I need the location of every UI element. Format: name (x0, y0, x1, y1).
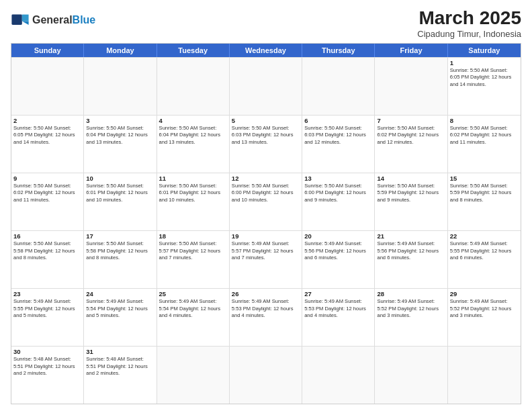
day-info: Sunrise: 5:49 AM Sunset: 5:56 PM Dayligh… (377, 240, 445, 262)
header-saturday: Saturday (448, 44, 521, 57)
calendar-cell-2-3: 12Sunrise: 5:50 AM Sunset: 6:00 PM Dayli… (230, 173, 302, 230)
day-number: 8 (450, 117, 519, 124)
logo-text: GeneralBlue (32, 14, 95, 26)
day-number: 7 (377, 117, 445, 124)
calendar-cell-4-5: 28Sunrise: 5:49 AM Sunset: 5:52 PM Dayli… (375, 289, 447, 346)
calendar-cell-1-1: 3Sunrise: 5:50 AM Sunset: 6:04 PM Daylig… (84, 116, 157, 173)
day-info: Sunrise: 5:50 AM Sunset: 6:03 PM Dayligh… (304, 125, 372, 146)
day-info: Sunrise: 5:50 AM Sunset: 6:02 PM Dayligh… (377, 125, 445, 146)
calendar-cell-1-2: 4Sunrise: 5:50 AM Sunset: 6:04 PM Daylig… (157, 116, 230, 173)
day-number: 28 (377, 290, 445, 298)
svg-rect-0 (11, 15, 21, 25)
calendar-cell-2-5: 14Sunrise: 5:50 AM Sunset: 5:59 PM Dayli… (375, 173, 447, 230)
day-info: Sunrise: 5:50 AM Sunset: 5:58 PM Dayligh… (86, 240, 154, 262)
day-number: 27 (304, 290, 372, 298)
day-info: Sunrise: 5:49 AM Sunset: 5:54 PM Dayligh… (159, 298, 227, 320)
calendar-cell-5-2 (157, 347, 230, 404)
calendar-row-0: 1Sunrise: 5:50 AM Sunset: 6:05 PM Daylig… (11, 57, 521, 115)
calendar-cell-5-1: 31Sunrise: 5:48 AM Sunset: 5:51 PM Dayli… (84, 347, 157, 404)
day-info: Sunrise: 5:50 AM Sunset: 6:05 PM Dayligh… (450, 67, 519, 89)
day-number: 10 (86, 175, 154, 182)
day-info: Sunrise: 5:50 AM Sunset: 5:58 PM Dayligh… (13, 240, 81, 262)
calendar-cell-3-4: 20Sunrise: 5:49 AM Sunset: 5:56 PM Dayli… (302, 231, 375, 288)
calendar-cell-5-6 (448, 347, 521, 404)
calendar-cell-4-3: 26Sunrise: 5:49 AM Sunset: 5:53 PM Dayli… (230, 289, 302, 346)
day-number: 21 (377, 232, 445, 240)
calendar-cell-1-3: 5Sunrise: 5:50 AM Sunset: 6:03 PM Daylig… (230, 116, 302, 173)
day-info: Sunrise: 5:50 AM Sunset: 6:01 PM Dayligh… (159, 183, 227, 204)
day-info: Sunrise: 5:49 AM Sunset: 5:52 PM Dayligh… (377, 298, 445, 320)
calendar-cell-4-1: 24Sunrise: 5:49 AM Sunset: 5:54 PM Dayli… (84, 289, 157, 346)
day-info: Sunrise: 5:49 AM Sunset: 5:53 PM Dayligh… (232, 298, 300, 320)
day-number: 15 (450, 175, 519, 182)
month-title: March 2025 (417, 8, 521, 29)
calendar-cell-4-2: 25Sunrise: 5:49 AM Sunset: 5:54 PM Dayli… (157, 289, 230, 346)
day-number: 17 (86, 232, 154, 240)
day-number: 6 (304, 117, 372, 124)
day-info: Sunrise: 5:50 AM Sunset: 6:01 PM Dayligh… (86, 183, 154, 204)
calendar-cell-0-6: 1Sunrise: 5:50 AM Sunset: 6:05 PM Daylig… (448, 58, 521, 115)
calendar-cell-3-5: 21Sunrise: 5:49 AM Sunset: 5:56 PM Dayli… (375, 231, 447, 288)
day-number: 20 (304, 232, 372, 240)
day-number: 18 (159, 232, 227, 240)
day-info: Sunrise: 5:49 AM Sunset: 5:54 PM Dayligh… (86, 298, 154, 320)
generalblue-logo-icon (11, 11, 30, 30)
day-info: Sunrise: 5:50 AM Sunset: 6:03 PM Dayligh… (232, 125, 300, 146)
calendar-cell-1-5: 7Sunrise: 5:50 AM Sunset: 6:02 PM Daylig… (375, 116, 447, 173)
day-number: 14 (377, 175, 445, 182)
day-number: 30 (13, 348, 81, 355)
calendar-cell-0-0 (11, 58, 84, 115)
calendar-header: Sunday Monday Tuesday Wednesday Thursday… (11, 44, 521, 57)
calendar-cell-0-3 (230, 58, 302, 115)
calendar-cell-1-4: 6Sunrise: 5:50 AM Sunset: 6:03 PM Daylig… (302, 116, 375, 173)
day-info: Sunrise: 5:50 AM Sunset: 6:04 PM Dayligh… (159, 125, 227, 146)
day-number: 3 (86, 117, 154, 124)
calendar-cell-3-0: 16Sunrise: 5:50 AM Sunset: 5:58 PM Dayli… (11, 231, 84, 288)
day-info: Sunrise: 5:50 AM Sunset: 5:57 PM Dayligh… (159, 240, 227, 262)
calendar-cell-2-4: 13Sunrise: 5:50 AM Sunset: 6:00 PM Dayli… (302, 173, 375, 230)
day-info: Sunrise: 5:49 AM Sunset: 5:53 PM Dayligh… (304, 298, 372, 320)
calendar-cell-3-3: 19Sunrise: 5:49 AM Sunset: 5:57 PM Dayli… (230, 231, 302, 288)
day-info: Sunrise: 5:50 AM Sunset: 5:59 PM Dayligh… (450, 183, 519, 204)
day-info: Sunrise: 5:48 AM Sunset: 5:51 PM Dayligh… (13, 356, 81, 377)
header: GeneralBlue March 2025 Cipadung Timur, I… (11, 8, 521, 39)
day-info: Sunrise: 5:50 AM Sunset: 6:00 PM Dayligh… (304, 183, 372, 204)
calendar: Sunday Monday Tuesday Wednesday Thursday… (11, 43, 521, 404)
page: GeneralBlue March 2025 Cipadung Timur, I… (0, 0, 532, 411)
header-tuesday: Tuesday (157, 44, 230, 57)
day-number: 23 (13, 290, 81, 298)
day-info: Sunrise: 5:49 AM Sunset: 5:56 PM Dayligh… (304, 240, 372, 262)
calendar-cell-5-4 (302, 347, 375, 404)
calendar-cell-4-4: 27Sunrise: 5:49 AM Sunset: 5:53 PM Dayli… (302, 289, 375, 346)
subtitle: Cipadung Timur, Indonesia (417, 29, 521, 39)
calendar-cell-0-4 (302, 58, 375, 115)
calendar-cell-0-5 (375, 58, 447, 115)
day-number: 13 (304, 175, 372, 182)
day-info: Sunrise: 5:49 AM Sunset: 5:55 PM Dayligh… (13, 298, 81, 320)
day-info: Sunrise: 5:50 AM Sunset: 6:02 PM Dayligh… (450, 125, 519, 146)
day-info: Sunrise: 5:49 AM Sunset: 5:57 PM Dayligh… (232, 240, 300, 262)
title-block: March 2025 Cipadung Timur, Indonesia (417, 8, 521, 39)
calendar-cell-2-2: 11Sunrise: 5:50 AM Sunset: 6:01 PM Dayli… (157, 173, 230, 230)
calendar-cell-5-5 (375, 347, 447, 404)
calendar-row-1: 2Sunrise: 5:50 AM Sunset: 6:05 PM Daylig… (11, 115, 521, 173)
svg-marker-1 (22, 15, 29, 21)
day-number: 19 (232, 232, 300, 240)
calendar-cell-2-6: 15Sunrise: 5:50 AM Sunset: 5:59 PM Dayli… (448, 173, 521, 230)
calendar-cell-0-1 (84, 58, 157, 115)
header-monday: Monday (84, 44, 157, 57)
day-info: Sunrise: 5:50 AM Sunset: 6:05 PM Dayligh… (13, 125, 81, 146)
logo-blue: Blue (73, 14, 96, 26)
calendar-cell-4-6: 29Sunrise: 5:49 AM Sunset: 5:52 PM Dayli… (448, 289, 521, 346)
calendar-cell-2-1: 10Sunrise: 5:50 AM Sunset: 6:01 PM Dayli… (84, 173, 157, 230)
day-number: 11 (159, 175, 227, 182)
calendar-cell-4-0: 23Sunrise: 5:49 AM Sunset: 5:55 PM Dayli… (11, 289, 84, 346)
day-info: Sunrise: 5:48 AM Sunset: 5:51 PM Dayligh… (86, 356, 154, 377)
day-number: 1 (450, 59, 519, 66)
calendar-cell-3-2: 18Sunrise: 5:50 AM Sunset: 5:57 PM Dayli… (157, 231, 230, 288)
day-number: 22 (450, 232, 519, 240)
day-number: 5 (232, 117, 300, 124)
logo-general: General (32, 14, 73, 26)
day-number: 2 (13, 117, 81, 124)
logo: GeneralBlue (11, 11, 95, 30)
